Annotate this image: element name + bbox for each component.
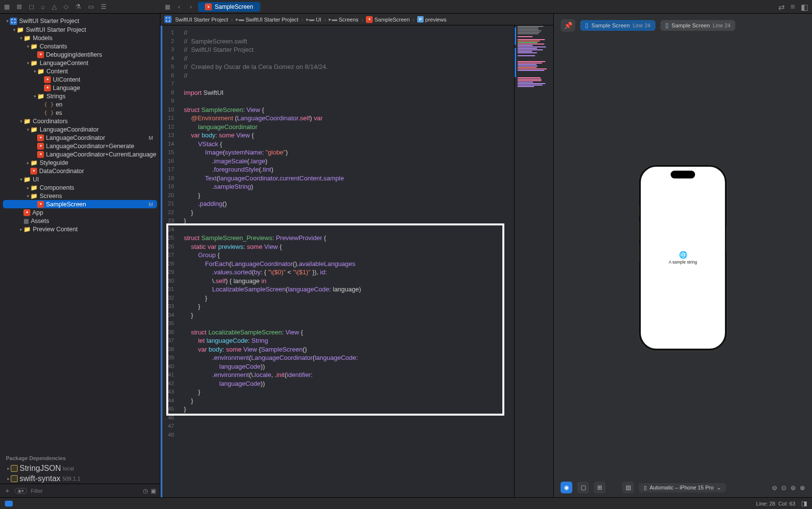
code-line-9[interactable]: 9: [160, 97, 514, 106]
code-line-25[interactable]: 25struct SampleScreen_Previews: PreviewP…: [160, 234, 514, 243]
tree-item-styleguide[interactable]: ▸📁Styleguide: [0, 158, 160, 167]
sidebar-toggle-icon[interactable]: ◧: [801, 2, 808, 12]
code-line-36[interactable]: 36 struct LocalizableSampleScreen: View …: [160, 328, 514, 337]
tree-item-swiftui-starter-project[interactable]: ▾⛶SwiftUI Starter Project: [0, 17, 160, 25]
device-settings-button[interactable]: ▤: [622, 482, 634, 493]
code-line-11[interactable]: 11 @Environment (LanguageCoordinator.sel…: [160, 114, 514, 123]
tree-item-language[interactable]: ✦Language: [0, 84, 160, 92]
jump-bar[interactable]: ⛶SwiftUI Starter Project›▸▬SwiftUI Start…: [160, 14, 553, 25]
tree-item-languagecontent[interactable]: ▾📁LanguageContent: [0, 59, 160, 67]
package-swift-syntax[interactable]: ▸swift-syntax509.1.1: [0, 473, 160, 484]
refresh-icon[interactable]: ⇄: [778, 2, 785, 12]
flask-icon[interactable]: ⚗: [75, 3, 81, 10]
code-line-17[interactable]: 17 .foregroundStyle(.tint): [160, 165, 514, 174]
code-line-21[interactable]: 21 .padding(): [160, 199, 514, 208]
x-square-icon[interactable]: ⊠: [17, 3, 22, 10]
clock-icon[interactable]: ◷: [143, 487, 148, 494]
code-line-47[interactable]: 47: [160, 422, 514, 431]
tree-item-strings[interactable]: ▾📁Strings: [0, 92, 160, 100]
minimap[interactable]: [514, 25, 553, 497]
back-icon[interactable]: ‹: [175, 2, 183, 11]
tree-item-languagecoordinator-currentlanguage[interactable]: ✦LanguageCoordinator+CurrentLanguage: [0, 150, 160, 158]
tree-item-preview-content[interactable]: ▸📁Preview Content: [0, 225, 160, 233]
code-line-20[interactable]: 20 }: [160, 191, 514, 200]
code-line-41[interactable]: 41 .environment(\.locale, .init(identifi…: [160, 371, 514, 379]
preview-chip-1[interactable]: ▯Sample Screen Line 24: [660, 20, 736, 31]
tree-item-app[interactable]: ✦App: [0, 208, 160, 217]
code-line-2[interactable]: 2// SampleScreen.swift: [160, 37, 514, 46]
tree-item-uicontent[interactable]: ✦UIContent: [0, 75, 160, 84]
code-line-33[interactable]: 33 }: [160, 302, 514, 311]
zoom-out-icon[interactable]: ⊖: [772, 484, 777, 491]
tree-item-coordinators[interactable]: ▾📁Coordinators: [0, 117, 160, 125]
tree-item-languagecoordinator[interactable]: ✦LanguageCoordinatorM: [0, 133, 160, 142]
variants-button[interactable]: ⊞: [594, 482, 606, 493]
breadcrumb-5[interactable]: Ppreviews: [417, 16, 446, 22]
pin-button[interactable]: 📌: [561, 19, 575, 32]
tree-item-debuggingidentifiers[interactable]: ✦DebuggingIdentifiers: [0, 50, 160, 59]
filter-input[interactable]: [31, 488, 139, 494]
bookmark-icon[interactable]: ◻: [29, 3, 34, 10]
code-line-5[interactable]: 5// Created by Oscar de la Cera Gomez on…: [160, 63, 514, 71]
code-line-45[interactable]: 45}: [160, 405, 514, 414]
code-line-1[interactable]: 1//: [160, 28, 514, 37]
list-icon[interactable]: ≡: [790, 2, 795, 11]
tree-item-content[interactable]: ▾📁Content: [0, 67, 160, 75]
breadcrumb-4[interactable]: ✦SampleScreen: [366, 16, 409, 23]
code-line-34[interactable]: 34 }: [160, 311, 514, 320]
code-line-14[interactable]: 14 VStack {: [160, 140, 514, 149]
code-line-18[interactable]: 18 Text(languageCoordinator.currentConte…: [160, 174, 514, 183]
preview-stage[interactable]: 🌐 A sample string: [554, 37, 812, 478]
tree-item-es[interactable]: { }es: [0, 109, 160, 117]
zoom-100-icon[interactable]: ⊜: [790, 484, 796, 491]
code-line-37[interactable]: 37 let languageCode: String: [160, 336, 514, 345]
tree-item-components[interactable]: ▸📁Components: [0, 183, 160, 192]
add-icon[interactable]: ＋: [4, 487, 11, 495]
code-line-42[interactable]: 42 languageCode)): [160, 379, 514, 388]
breadcrumb-1[interactable]: ▸▬SwiftUI Starter Project: [236, 16, 298, 22]
tree-item-samplescreen[interactable]: ✦SampleScreenM: [3, 200, 157, 208]
tree-item-languagecoordinator[interactable]: ▾📁LanguageCoordinator: [0, 125, 160, 133]
code-line-19[interactable]: 19 .sampleString): [160, 182, 514, 191]
live-button[interactable]: ◉: [561, 482, 572, 493]
code-line-28[interactable]: 28 ForEach(LanguageCoordinator().availab…: [160, 260, 514, 268]
code-line-46[interactable]: 46: [160, 414, 514, 422]
code-line-39[interactable]: 39 .environment(LanguageCoordinator(lang…: [160, 354, 514, 362]
rect-icon[interactable]: ▭: [88, 3, 94, 10]
zoom-in-icon[interactable]: ⊕: [800, 484, 805, 491]
source-editor[interactable]: 1//2// SampleScreen.swift3// SwiftUI Sta…: [160, 25, 514, 497]
breadcrumb-3[interactable]: ▸▬Screens: [329, 16, 358, 22]
code-line-23[interactable]: 23}: [160, 217, 514, 225]
folder-icon[interactable]: ▦: [4, 3, 10, 10]
selectable-button[interactable]: ▢: [577, 482, 589, 493]
code-line-31[interactable]: 31 LocalizableSampleScreen(languageCode:…: [160, 285, 514, 294]
tree-item-swiftui-starter-project[interactable]: ▾📁SwiftUI Starter Project: [0, 25, 160, 34]
code-line-4[interactable]: 4//: [160, 54, 514, 63]
doc-icon[interactable]: ☰: [101, 3, 107, 10]
scm-icon[interactable]: ▣: [151, 487, 156, 494]
tree-item-screens[interactable]: ▾📁Screens: [0, 192, 160, 200]
active-file-tab[interactable]: ✦ SampleScreen: [198, 2, 260, 12]
tree-item-models[interactable]: ▾📁Models: [0, 34, 160, 42]
tree-item-ui[interactable]: ▾📁UI: [0, 175, 160, 183]
code-line-44[interactable]: 44 }: [160, 397, 514, 405]
tree-item-languagecoordinator-generate[interactable]: ✦LanguageCoordinator+Generate: [0, 142, 160, 150]
code-line-6[interactable]: 6//: [160, 71, 514, 80]
code-line-8[interactable]: 8import SwiftUI: [160, 89, 514, 97]
tag-icon[interactable]: ◇: [64, 3, 68, 10]
panel-toggle-icon[interactable]: ◨: [801, 500, 807, 507]
forward-icon[interactable]: ›: [186, 2, 195, 11]
tree-item-assets[interactable]: ▦Assets: [0, 217, 160, 225]
warning-icon[interactable]: △: [52, 3, 57, 10]
code-line-15[interactable]: 15 Image(systemName: "globe"): [160, 148, 514, 157]
code-line-24[interactable]: 24: [160, 225, 514, 234]
preview-chip-0[interactable]: ▯Sample Screen Line 24: [580, 20, 655, 31]
device-selector[interactable]: ▯ Automatic – iPhone 15 Pro ⌄: [639, 483, 726, 492]
grid-icon[interactable]: ▦: [163, 2, 172, 11]
code-line-29[interactable]: 29 .values.sorted(by: { "\($0)" < "\($1)…: [160, 268, 514, 277]
package-stringjson[interactable]: ▸StringJSONlocal: [0, 463, 160, 473]
activity-indicator[interactable]: [5, 501, 13, 507]
code-line-43[interactable]: 43 }: [160, 388, 514, 397]
code-line-7[interactable]: 7: [160, 80, 514, 89]
filter-scope-icon[interactable]: ◉▾: [15, 488, 27, 494]
